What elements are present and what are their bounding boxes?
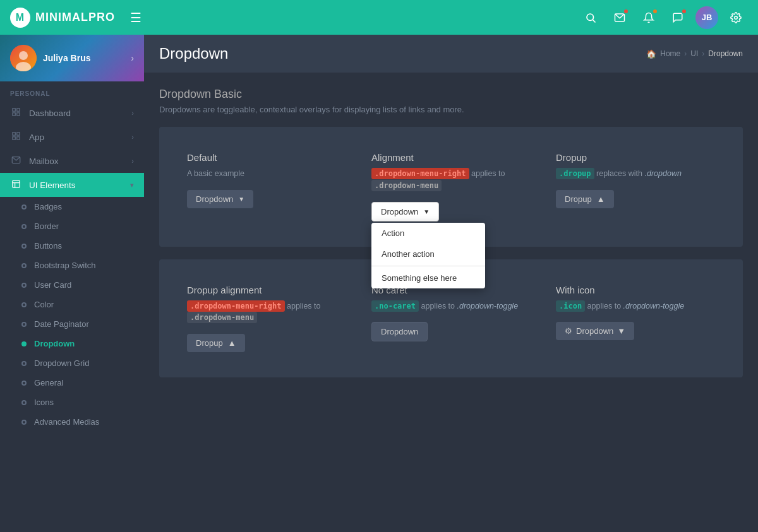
dropup-align-title: Dropup alignment — [187, 285, 346, 295]
dropup-title: Dropup — [556, 152, 715, 163]
dropup-align-btn-label: Dropup — [196, 338, 223, 348]
alignment-dropdown-container: Dropdown ▼ Action Another action Somethi… — [371, 202, 439, 222]
ui-arrow: ▾ — [130, 181, 134, 189]
svg-rect-10 — [12, 113, 15, 115]
settings-button[interactable] — [724, 6, 748, 30]
menu-item-action[interactable]: Action — [371, 223, 485, 244]
alignment-desc: .dropdown-menu-right applies to .dropdow… — [371, 168, 531, 192]
alignment-dropdown-menu: Action Another action Something else her… — [371, 223, 485, 288]
icon-desc: .icon applies to .dropdown-toggle — [556, 300, 715, 312]
sidebar-sub-advanced-medias[interactable]: Advanced Medias — [0, 412, 144, 432]
icon-dropdown-button[interactable]: ⚙ Dropdown ▼ — [556, 322, 634, 340]
sidebar-item-mailbox[interactable]: Mailbox › — [0, 149, 144, 173]
sidebar-sub-icons[interactable]: Icons — [0, 393, 144, 412]
sidebar-sub-date-paginator[interactable]: Date Paginator — [0, 314, 144, 334]
search-button[interactable] — [579, 6, 603, 30]
sidebar-item-dashboard[interactable]: Dashboard › — [0, 101, 144, 125]
demo-grid-row1: Default A basic example Dropdown ▼ Align… — [174, 142, 728, 232]
gear-btn-icon: ⚙ — [565, 326, 572, 336]
sidebar-avatar — [10, 45, 37, 71]
sub-dot — [21, 224, 27, 229]
breadcrumb-sep2: › — [702, 49, 704, 58]
sidebar-sub-dropdown-grid[interactable]: Dropdown Grid — [0, 353, 144, 373]
nocaret-code2: .dropdown-toggle — [457, 302, 519, 310]
sidebar-sub-buttons[interactable]: Buttons — [0, 236, 144, 256]
sub-dot — [21, 361, 27, 366]
default-btn-label: Dropdown — [196, 194, 233, 204]
app-arrow: › — [131, 133, 134, 141]
dropup-code1: .dropup — [556, 168, 594, 179]
main-content: Dropdown 🏠 Home › UI › Dropdown Dropdown… — [144, 35, 758, 532]
nocaret-btn-label: Dropdown — [381, 327, 418, 336]
sidebar-item-label: App — [29, 133, 44, 142]
sub-label: Color — [34, 300, 54, 309]
svg-rect-11 — [12, 133, 15, 135]
dropup-button[interactable]: Dropup ▲ — [556, 190, 614, 208]
sub-label: Border — [34, 222, 59, 231]
bell-button[interactable] — [637, 6, 661, 30]
menu-item-another[interactable]: Another action — [371, 244, 485, 264]
sidebar-sub-badges[interactable]: Badges — [0, 197, 144, 216]
sidebar-item-label: Dashboard — [29, 109, 71, 118]
svg-rect-8 — [16, 109, 19, 111]
sub-dot — [21, 244, 27, 249]
breadcrumb-sep1: › — [684, 49, 687, 58]
section-title: Dropdown Basic — [159, 88, 743, 101]
menu-divider — [371, 266, 485, 266]
dropup-align-code2: .dropdown-menu — [187, 312, 257, 323]
sidebar-user[interactable]: Juliya Brus › — [0, 35, 144, 81]
sidebar-item-app[interactable]: App › — [0, 125, 144, 149]
topnav-right: JB — [579, 6, 748, 30]
email-button[interactable] — [608, 6, 632, 30]
section-desc: Dropdowns are toggleable, contextual ove… — [159, 105, 743, 114]
demo-dropup-alignment: Dropup alignment .dropdown-menu-right ap… — [174, 275, 359, 363]
dropup-align-caret: ▲ — [228, 338, 236, 348]
dropup-code2: .dropdown — [645, 169, 682, 178]
mailbox-icon — [10, 155, 21, 167]
demo-dropup: Dropup .dropup replaces with .dropdown D… — [543, 142, 728, 232]
alignment-caret-icon: ▼ — [423, 208, 430, 215]
dropup-align-code1: .dropdown-menu-right — [187, 300, 285, 312]
dashboard-arrow: › — [131, 109, 134, 117]
nocaret-button[interactable]: Dropdown — [371, 322, 428, 341]
dropup-btn-label: Dropup — [565, 194, 592, 204]
menu-item-something[interactable]: Something else here — [371, 268, 485, 288]
sidebar-sub-color[interactable]: Color — [0, 295, 144, 314]
breadcrumb-home[interactable]: Home — [660, 49, 680, 58]
svg-rect-9 — [16, 113, 19, 115]
dropup-align-button[interactable]: Dropup ▲ — [187, 334, 245, 352]
user-avatar-button[interactable]: JB — [695, 6, 719, 30]
sidebar-item-ui-elements[interactable]: UI Elements ▾ — [0, 173, 144, 197]
dropup-text1: replaces with — [596, 169, 644, 178]
default-title: Default — [187, 152, 346, 163]
breadcrumb-current: Dropdown — [708, 49, 743, 58]
alignment-dropdown-button[interactable]: Dropdown ▼ — [371, 202, 439, 222]
sidebar-sub-border[interactable]: Border — [0, 216, 144, 236]
logo-text: MINIMALPRO — [35, 11, 115, 24]
svg-point-0 — [587, 14, 594, 21]
logo: M MINIMALPRO — [10, 8, 115, 28]
icon-btn-label: Dropdown — [576, 326, 613, 336]
default-dropdown-button[interactable]: Dropdown ▼ — [187, 190, 253, 208]
svg-rect-16 — [12, 180, 19, 187]
default-desc: A basic example — [187, 168, 346, 180]
breadcrumb-ui[interactable]: UI — [690, 49, 698, 58]
alignment-code2: .dropdown-menu — [371, 180, 442, 191]
sidebar-sub-general[interactable]: General — [0, 373, 144, 393]
chat-button[interactable] — [666, 6, 690, 30]
icon-text1: applies to — [587, 302, 623, 310]
content-area: Dropdown Basic Dropdowns are toggleable,… — [144, 73, 758, 532]
sub-label: Advanced Medias — [34, 417, 99, 427]
nocaret-text1: applies to — [421, 302, 457, 310]
alignment-text1: applies to — [471, 169, 505, 178]
alignment-btn-label: Dropdown — [381, 207, 418, 216]
hamburger-button[interactable]: ☰ — [125, 8, 147, 28]
sidebar-sub-bootstrap-switch[interactable]: Bootstrap Switch — [0, 256, 144, 275]
sub-dot — [21, 322, 27, 327]
nocaret-desc: .no-caret applies to .dropdown-toggle — [371, 300, 531, 312]
sidebar-sub-user-card[interactable]: User Card — [0, 275, 144, 295]
demo-default: Default A basic example Dropdown ▼ — [174, 142, 359, 232]
sub-label: Bootstrap Switch — [34, 261, 96, 270]
logo-m: M — [16, 12, 25, 23]
sidebar-sub-dropdown[interactable]: Dropdown — [0, 334, 144, 353]
